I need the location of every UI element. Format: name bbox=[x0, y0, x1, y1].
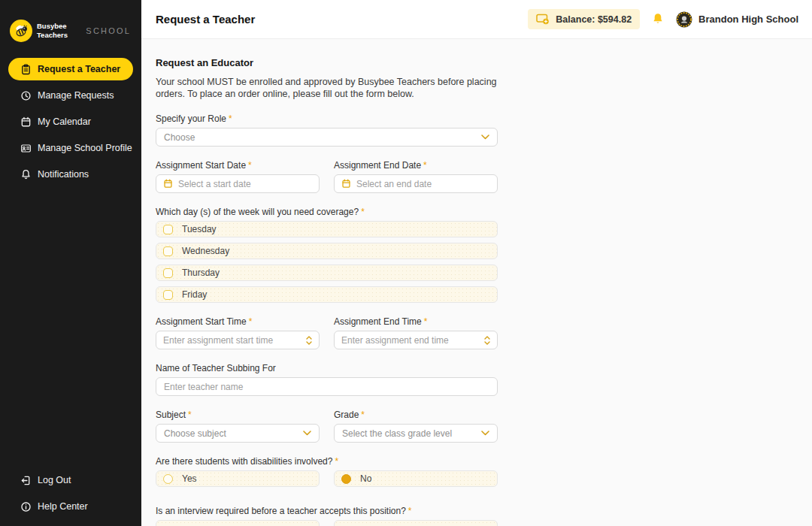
help-icon bbox=[20, 501, 32, 512]
grade-field: Grade* Select the class grade level bbox=[334, 410, 498, 443]
interview-option-box[interactable] bbox=[156, 520, 320, 526]
required-marker: * bbox=[248, 160, 252, 171]
sidebar-item-label: Request a Teacher bbox=[38, 64, 120, 74]
disabilities-option-no[interactable]: No bbox=[334, 470, 498, 487]
role-label: Specify your Role* bbox=[156, 113, 498, 124]
end-time-input-wrap bbox=[334, 331, 498, 349]
subject-label: Subject* bbox=[156, 410, 320, 420]
calendar-icon bbox=[341, 179, 351, 189]
times-field-group: Assignment Start Time* Assignment End Ti… bbox=[156, 316, 498, 349]
required-marker: * bbox=[188, 410, 192, 420]
sidebar-nav: Request a Teacher Manage Requests My bbox=[0, 58, 141, 189]
portal-label: SCHOOL bbox=[86, 26, 131, 35]
sidebar-item-label: Manage Requests bbox=[38, 90, 114, 101]
end-time-input[interactable] bbox=[341, 335, 480, 346]
interview-group: Is an interview required before a teache… bbox=[156, 506, 498, 526]
end-date-label: Assignment End Date* bbox=[334, 160, 498, 171]
end-date-input-wrap bbox=[334, 174, 498, 193]
sidebar-item-help-center[interactable]: Help Center bbox=[8, 495, 133, 518]
school-name: Brandon High School bbox=[698, 14, 798, 25]
subject-field: Subject* Choose subject bbox=[156, 410, 320, 443]
required-marker: * bbox=[229, 113, 232, 124]
day-option-thursday[interactable]: Thursday bbox=[156, 265, 498, 281]
sidebar-item-notifications[interactable]: Notifications bbox=[8, 163, 133, 186]
required-marker: * bbox=[361, 207, 365, 217]
radio-checked-icon bbox=[341, 474, 351, 484]
sidebar-item-request-a-teacher[interactable]: Request a Teacher bbox=[8, 58, 133, 80]
disabilities-option-yes[interactable]: Yes bbox=[156, 470, 320, 487]
account-menu[interactable]: Brandon High School bbox=[676, 11, 798, 28]
sidebar-item-log-out[interactable]: Log Out bbox=[8, 469, 133, 491]
teacher-name-input[interactable] bbox=[156, 377, 498, 396]
chevron-down-icon bbox=[303, 431, 311, 436]
day-option-wednesday[interactable]: Wednesday bbox=[156, 243, 498, 259]
calendar-icon bbox=[163, 179, 173, 189]
form-intro: Your school MUST be enrolled and approve… bbox=[156, 77, 498, 100]
interview-option-box[interactable] bbox=[334, 520, 498, 526]
radio-unchecked-icon bbox=[163, 474, 173, 484]
start-time-label: Assignment Start Time* bbox=[156, 316, 320, 327]
end-time-field: Assignment End Time* bbox=[334, 316, 498, 349]
day-option-tuesday[interactable]: Tuesday bbox=[156, 221, 498, 237]
sidebar-item-manage-school-profile[interactable]: Manage School Profile bbox=[8, 137, 133, 159]
page-content: Request an Educator Your school MUST be … bbox=[141, 39, 812, 526]
sidebar-item-label: Log Out bbox=[38, 475, 71, 485]
checkbox-icon bbox=[163, 268, 173, 278]
coverage-days-group: Which day (s) of the week will you need … bbox=[156, 207, 498, 303]
notifications-bell-icon[interactable] bbox=[652, 13, 664, 26]
sidebar-item-manage-requests[interactable]: Manage Requests bbox=[8, 84, 133, 107]
required-marker: * bbox=[249, 316, 253, 327]
dates-field-group: Assignment Start Date* Assignment End Da… bbox=[156, 160, 498, 193]
balance-text: Balance: $594.82 bbox=[556, 14, 632, 25]
checkbox-icon bbox=[163, 290, 173, 300]
sidebar-item-label: Manage School Profile bbox=[38, 143, 132, 153]
stepper-up-down-icon[interactable] bbox=[484, 336, 490, 345]
grade-select[interactable]: Select the class grade level bbox=[334, 424, 498, 443]
sidebar-item-label: My Calendar bbox=[38, 116, 91, 127]
required-marker: * bbox=[408, 506, 412, 516]
role-field-group: Specify your Role* Choose bbox=[156, 113, 498, 147]
start-date-label: Assignment Start Date* bbox=[156, 160, 320, 171]
history-clock-icon bbox=[20, 90, 32, 101]
start-date-field: Assignment Start Date* bbox=[156, 160, 320, 193]
start-date-input-wrap bbox=[156, 174, 320, 193]
grade-label: Grade* bbox=[334, 410, 498, 420]
sidebar-footer: Log Out Help Center bbox=[0, 469, 141, 526]
form-heading: Request an Educator bbox=[156, 57, 498, 68]
chevron-down-icon bbox=[481, 431, 489, 436]
required-marker: * bbox=[335, 456, 338, 467]
grade-select-value: Select the class grade level bbox=[342, 428, 452, 439]
school-avatar bbox=[676, 11, 692, 28]
role-select[interactable]: Choose bbox=[156, 128, 498, 147]
start-time-field: Assignment Start Time* bbox=[156, 316, 320, 349]
start-time-input-wrap bbox=[156, 331, 320, 349]
wallet-card-icon bbox=[536, 14, 550, 25]
bell-icon bbox=[20, 169, 32, 180]
checkbox-icon bbox=[163, 225, 173, 234]
brand-header: Busybee Teachers SCHOOL bbox=[0, 0, 141, 42]
app-window: Busybee Teachers SCHOOL Request a Teache… bbox=[0, 0, 812, 526]
day-option-friday[interactable]: Friday bbox=[156, 286, 498, 303]
teacher-name-group: Name of Teacher Subbing For bbox=[156, 363, 498, 396]
top-bar: Request a Teacher Balance: $594.82 bbox=[141, 0, 812, 39]
end-date-input[interactable] bbox=[356, 179, 490, 189]
request-educator-form: Request an Educator Your school MUST be … bbox=[156, 57, 498, 526]
logout-icon bbox=[20, 475, 32, 486]
calendar-icon bbox=[20, 116, 32, 128]
disabilities-label: Are there students with disabilities inv… bbox=[156, 456, 498, 467]
subject-select[interactable]: Choose subject bbox=[156, 424, 320, 443]
coverage-days-label: Which day (s) of the week will you need … bbox=[156, 207, 498, 217]
balance-badge[interactable]: Balance: $594.82 bbox=[528, 9, 640, 29]
teacher-name-label: Name of Teacher Subbing For bbox=[156, 363, 498, 373]
start-date-input[interactable] bbox=[178, 179, 312, 189]
clipboard-icon bbox=[20, 64, 32, 75]
sidebar-item-my-calendar[interactable]: My Calendar bbox=[8, 110, 133, 133]
brand-name: Busybee Teachers bbox=[37, 22, 68, 40]
checkbox-icon bbox=[163, 246, 173, 256]
role-select-value: Choose bbox=[164, 132, 195, 143]
stepper-up-down-icon[interactable] bbox=[306, 336, 312, 345]
start-time-input[interactable] bbox=[163, 335, 301, 346]
id-card-icon bbox=[20, 143, 32, 154]
subject-select-value: Choose subject bbox=[164, 428, 226, 439]
sidebar-item-label: Help Center bbox=[38, 501, 88, 512]
